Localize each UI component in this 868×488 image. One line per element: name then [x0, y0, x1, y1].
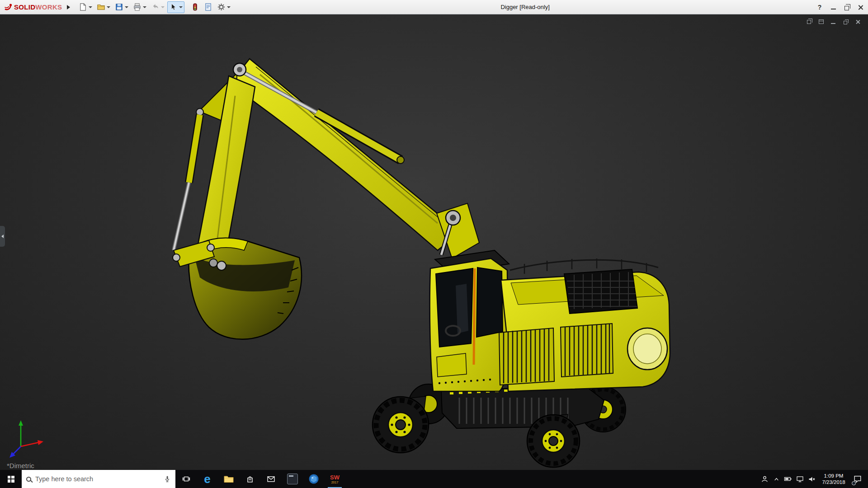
window-title: Digger [Read-only]: [500, 4, 549, 10]
solidworks-logo: SOLIDWORKS: [0, 3, 65, 12]
quick-access-toolbar: [76, 1, 233, 13]
microphone-icon[interactable]: [164, 475, 171, 483]
minimize-icon: [831, 23, 835, 24]
mail-button[interactable]: [260, 470, 282, 488]
taskbar-search-box[interactable]: [22, 470, 175, 488]
ds-logo-icon: [4, 3, 13, 12]
dropdown-caret-icon[interactable]: [179, 6, 183, 8]
file-explorer-button[interactable]: [218, 470, 239, 488]
notification-badge: [852, 481, 856, 485]
file-explorer-icon: [224, 475, 234, 483]
options-gear-icon: [217, 3, 226, 11]
new-document-icon: [79, 3, 87, 11]
save-icon: [115, 3, 123, 11]
solidworks-window: SOLIDWORKS: [0, 0, 868, 488]
windows-taskbar: e: [0, 470, 868, 488]
dropdown-caret-icon[interactable]: [89, 6, 92, 8]
windows-logo-icon: [8, 476, 14, 483]
chevron-left-icon: [1, 235, 4, 238]
people-icon: [761, 475, 769, 483]
search-icon: [26, 477, 31, 482]
minimize-button[interactable]: [826, 0, 840, 14]
help-icon: ?: [818, 4, 822, 11]
people-button[interactable]: [759, 470, 770, 488]
rebuild-button[interactable]: [189, 1, 201, 13]
close-icon: [855, 19, 860, 24]
print-button[interactable]: [131, 1, 148, 13]
display-button[interactable]: [794, 470, 806, 488]
task-view-icon: [182, 475, 190, 483]
dropdown-caret-icon[interactable]: [161, 6, 165, 8]
open-folder-icon: [97, 3, 105, 11]
tile-windows-icon: [819, 19, 824, 24]
clock-time: 1:09 PM: [817, 473, 850, 479]
window-controls: ?: [813, 0, 867, 14]
dropdown-caret-icon[interactable]: [227, 6, 231, 8]
dropdown-caret-icon[interactable]: [107, 6, 110, 8]
excavator-model: [0, 14, 868, 470]
toolbar-expand-arrow[interactable]: [65, 1, 72, 13]
edge-browser-button[interactable]: e: [197, 470, 218, 488]
restore-icon: [844, 6, 849, 10]
close-icon: [858, 5, 863, 10]
action-center-button[interactable]: [850, 470, 865, 488]
dropdown-caret-icon[interactable]: [125, 6, 128, 8]
select-cursor-icon: [169, 3, 178, 11]
file-properties-button[interactable]: [202, 1, 214, 13]
blue-sphere-app-button[interactable]: [303, 470, 324, 488]
orientation-triad-icon: [5, 415, 51, 460]
solidworks-app-button[interactable]: SW 2017: [324, 470, 345, 488]
store-button[interactable]: [239, 470, 260, 488]
clock-date: 7/23/2018: [817, 479, 850, 485]
volume-button[interactable]: [806, 470, 817, 488]
battery-button[interactable]: [782, 470, 794, 488]
doc-tile-button[interactable]: [817, 18, 825, 25]
options-button[interactable]: [215, 1, 232, 13]
start-button[interactable]: [0, 470, 22, 488]
brand-text-works: WORKS: [35, 3, 62, 11]
rebuild-stoplight-icon: [191, 3, 199, 11]
undo-button[interactable]: [149, 1, 166, 13]
orientation-label: *Dimetric: [7, 462, 34, 469]
doc-cascade-button[interactable]: [805, 18, 813, 25]
new-document-button[interactable]: [77, 1, 94, 13]
panel-collapse-tab[interactable]: [0, 226, 5, 247]
minimize-icon: [831, 9, 836, 9]
store-bag-icon: [246, 475, 254, 483]
battery-icon: [784, 476, 792, 482]
restore-icon: [844, 21, 847, 24]
dark-window-app-icon: [287, 474, 298, 484]
dark-window-app-button[interactable]: [282, 470, 303, 488]
taskbar-clock[interactable]: 1:09 PM 7/23/2018: [817, 473, 850, 485]
open-button[interactable]: [95, 1, 112, 13]
chevron-up-icon: [773, 476, 780, 483]
dropdown-caret-icon[interactable]: [143, 6, 146, 8]
search-input[interactable]: [35, 475, 160, 483]
print-icon: [133, 3, 142, 11]
volume-muted-icon: [808, 476, 816, 483]
help-button[interactable]: ?: [813, 0, 826, 14]
display-icon: [796, 476, 804, 483]
mail-envelope-icon: [267, 475, 275, 483]
edge-icon: e: [204, 473, 210, 485]
file-properties-icon: [204, 3, 212, 11]
select-tool-button[interactable]: [167, 1, 184, 13]
cascade-windows-icon: [807, 20, 811, 24]
graphics-viewport[interactable]: *Dimetric: [0, 14, 868, 470]
hidden-icons-button[interactable]: [770, 470, 782, 488]
doc-restore-button[interactable]: [841, 18, 849, 25]
blue-sphere-app-icon: [308, 474, 319, 484]
doc-minimize-button[interactable]: [829, 18, 837, 25]
system-tray: 1:09 PM 7/23/2018: [759, 470, 868, 488]
task-view-button[interactable]: [175, 470, 197, 488]
right-triangle-icon: [67, 5, 70, 9]
doc-close-button[interactable]: [854, 18, 862, 25]
solidworks-2017-icon: SW 2017: [330, 474, 340, 484]
titlebar: SOLIDWORKS: [0, 0, 868, 14]
close-button[interactable]: [854, 0, 867, 14]
restore-button[interactable]: [840, 0, 854, 14]
document-window-controls: [805, 18, 862, 25]
brand-text-solid: SOLID: [14, 3, 35, 11]
undo-icon: [151, 3, 160, 11]
save-button[interactable]: [113, 1, 130, 13]
